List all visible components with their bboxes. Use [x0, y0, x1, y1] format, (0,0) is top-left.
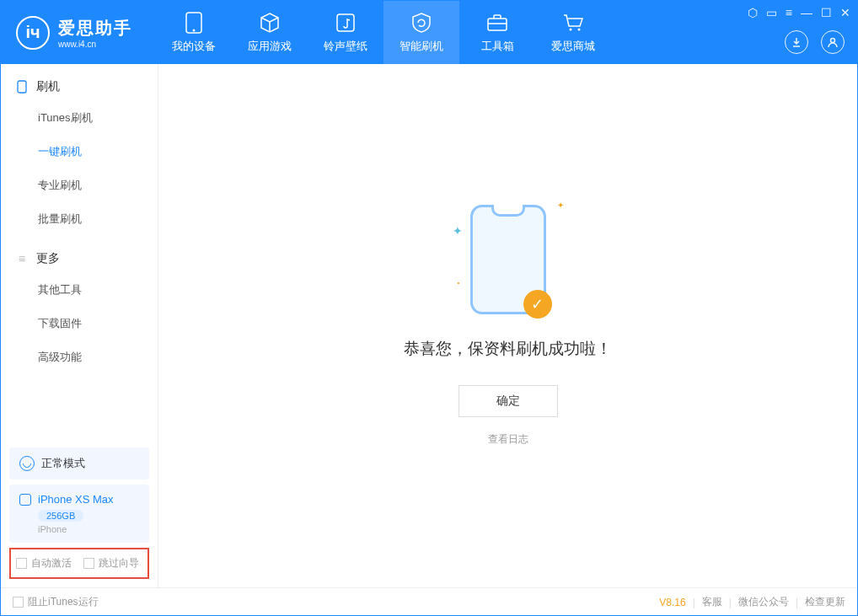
- phone-icon: [16, 81, 28, 93]
- sidebar-group-flash: 刷机: [1, 64, 158, 101]
- status-bar: 阻止iTunes运行 V8.16 | 客服 | 微信公众号 | 检查更新: [1, 587, 857, 616]
- device-name-row: iPhone XS Max: [19, 493, 139, 506]
- svg-point-5: [578, 29, 581, 31]
- sidebar-item-itunes-flash[interactable]: iTunes刷机: [1, 101, 158, 135]
- view-log-link[interactable]: 查看日志: [488, 432, 528, 447]
- user-icon[interactable]: [821, 30, 845, 54]
- device-icon: [182, 11, 206, 35]
- footer-link-support[interactable]: 客服: [702, 595, 722, 609]
- cube-icon: [258, 11, 282, 35]
- nav-apps-games[interactable]: 应用游戏: [232, 1, 308, 64]
- device-name: iPhone XS Max: [38, 493, 114, 506]
- device-capacity: 256GB: [38, 510, 83, 522]
- device-type: iPhone: [38, 524, 139, 534]
- svg-rect-2: [337, 14, 354, 31]
- sidebar-item-onekey-flash[interactable]: 一键刷机: [1, 135, 158, 169]
- main-content: ✓ ✦ ✦ • 恭喜您，保资料刷机成功啦！ 确定 查看日志: [158, 64, 857, 587]
- main-nav: 我的设备 应用游戏 铃声壁纸 智能刷机 工具箱 爱思商城: [156, 1, 611, 64]
- sparkle-icon: •: [458, 279, 460, 287]
- list-icon: ≡: [16, 253, 28, 265]
- shield-refresh-icon: [410, 11, 433, 35]
- version-label: V8.16: [659, 597, 685, 608]
- nav-my-device[interactable]: 我的设备: [156, 1, 232, 64]
- logo-area: iч 爱思助手 www.i4.cn: [1, 16, 147, 50]
- svg-rect-3: [488, 19, 507, 30]
- footer-link-wechat[interactable]: 微信公众号: [738, 595, 789, 609]
- ok-button[interactable]: 确定: [458, 385, 558, 417]
- nav-store[interactable]: 爱思商城: [535, 1, 611, 64]
- device-small-icon: [19, 494, 31, 506]
- header-actions: [785, 30, 845, 54]
- music-icon: [334, 11, 357, 35]
- check-badge-icon: ✓: [523, 290, 552, 319]
- check-auto-activate[interactable]: 自动激活: [16, 556, 72, 570]
- maximize-button[interactable]: ☐: [821, 6, 832, 19]
- app-title: 爱思助手: [58, 17, 132, 40]
- close-button[interactable]: ✕: [840, 6, 850, 19]
- body-area: 刷机 iTunes刷机 一键刷机 专业刷机 批量刷机 ≡ 更多 其他工具 下载固…: [1, 64, 857, 587]
- nav-flash[interactable]: 智能刷机: [383, 1, 459, 64]
- app-header: iч 爱思助手 www.i4.cn 我的设备 应用游戏 铃声壁纸 智能刷机 工具…: [1, 1, 857, 64]
- check-block-itunes[interactable]: 阻止iTunes运行: [13, 595, 99, 609]
- sidebar-item-batch-flash[interactable]: 批量刷机: [1, 202, 158, 236]
- phone-notch: [491, 205, 525, 217]
- sidebar-item-download-firmware[interactable]: 下载固件: [1, 307, 158, 340]
- sidebar-group-more: ≡ 更多: [1, 236, 158, 273]
- sidebar: 刷机 iTunes刷机 一键刷机 专业刷机 批量刷机 ≡ 更多 其他工具 下载固…: [1, 64, 158, 587]
- success-illustration: ✓ ✦ ✦ •: [470, 205, 546, 314]
- sidebar-item-advanced[interactable]: 高级功能: [1, 340, 158, 374]
- checkbox-icon: [16, 558, 27, 569]
- svg-point-4: [570, 29, 572, 31]
- nav-ringtones[interactable]: 铃声壁纸: [308, 1, 383, 64]
- toolbox-icon: [485, 11, 509, 35]
- menu-icon[interactable]: ≡: [786, 6, 792, 19]
- sidebar-bottom: 正常模式 iPhone XS Max 256GB iPhone 自动激活 跳过向…: [1, 442, 158, 587]
- mode-label: 正常模式: [41, 456, 85, 471]
- sidebar-item-other-tools[interactable]: 其他工具: [1, 273, 158, 307]
- mode-icon: [19, 456, 35, 471]
- sidebar-checks: 自动激活 跳过向导: [9, 548, 149, 579]
- svg-point-6: [831, 39, 835, 43]
- device-box[interactable]: iPhone XS Max 256GB iPhone: [9, 485, 149, 543]
- cart-icon: [561, 11, 585, 35]
- sparkle-icon: ✦: [557, 201, 564, 210]
- success-message: 恭喜您，保资料刷机成功啦！: [404, 338, 612, 360]
- checkbox-icon: [13, 597, 24, 608]
- sparkle-icon: ✦: [453, 224, 463, 238]
- footer-link-update[interactable]: 检查更新: [805, 595, 845, 609]
- mode-box[interactable]: 正常模式: [9, 447, 149, 479]
- download-icon[interactable]: [785, 30, 808, 54]
- footer-right: V8.16 | 客服 | 微信公众号 | 检查更新: [659, 595, 845, 609]
- sidebar-item-pro-flash[interactable]: 专业刷机: [1, 169, 158, 202]
- sidebar-scroll: 刷机 iTunes刷机 一键刷机 专业刷机 批量刷机 ≡ 更多 其他工具 下载固…: [1, 64, 158, 442]
- nav-toolbox[interactable]: 工具箱: [459, 1, 535, 64]
- check-skip-guide[interactable]: 跳过向导: [83, 556, 139, 570]
- svg-rect-7: [18, 81, 26, 93]
- app-url: www.i4.cn: [58, 40, 132, 49]
- minimize-button[interactable]: —: [801, 6, 812, 19]
- logo-text: 爱思助手 www.i4.cn: [58, 17, 132, 49]
- logo-icon: iч: [16, 16, 50, 50]
- checkbox-icon: [83, 558, 94, 569]
- svg-point-1: [193, 29, 196, 32]
- options-icon[interactable]: ▭: [766, 6, 777, 19]
- tshirt-icon[interactable]: ⬡: [748, 6, 758, 19]
- window-controls: ⬡ ▭ ≡ — ☐ ✕: [748, 6, 850, 19]
